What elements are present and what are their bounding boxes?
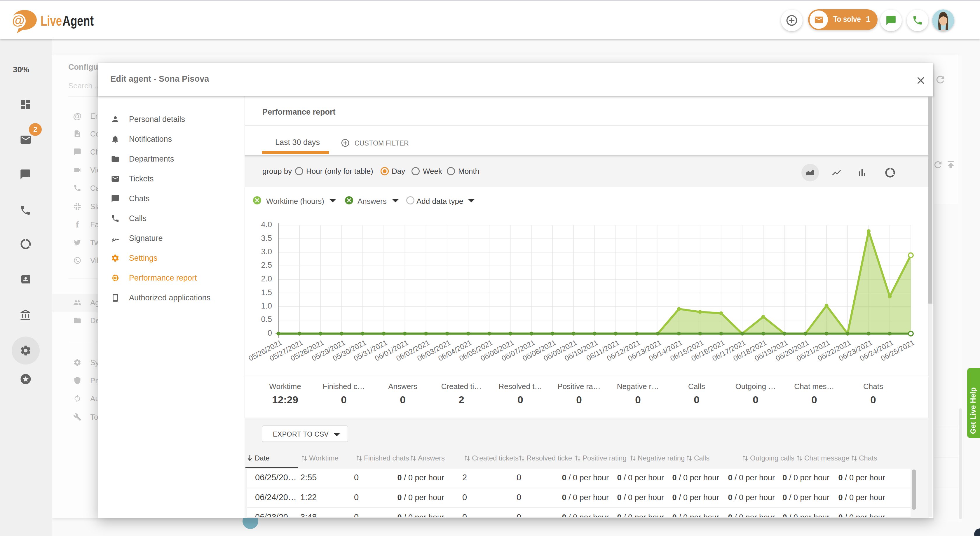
svg-text:@: @ xyxy=(12,13,25,27)
svg-text:Live: Live xyxy=(41,13,62,29)
svg-text:Agent: Agent xyxy=(62,13,94,29)
